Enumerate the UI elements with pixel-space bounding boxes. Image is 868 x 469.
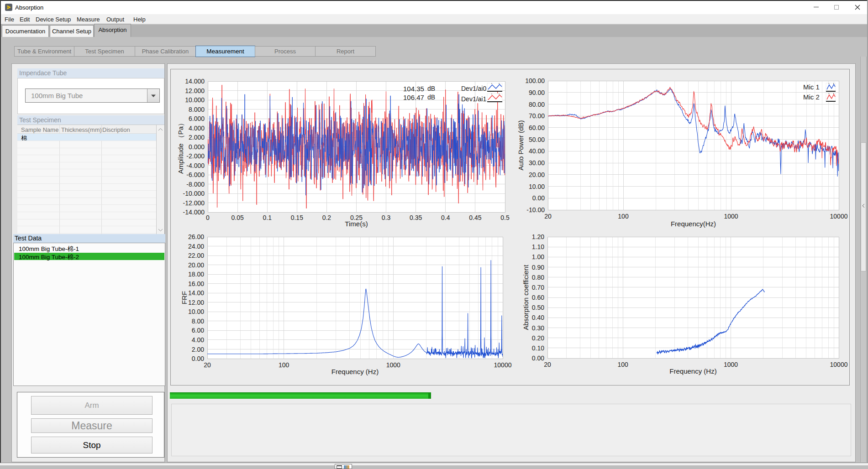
svg-text:dB: dB (427, 94, 435, 101)
svg-text:4.000: 4.000 (189, 125, 205, 132)
svg-text:100: 100 (618, 361, 629, 368)
svg-text:0.90: 0.90 (532, 264, 544, 271)
svg-text:12.000: 12.000 (185, 87, 205, 94)
svg-text:40.00: 40.00 (529, 147, 545, 155)
svg-text:Dev1/ai1: Dev1/ai1 (461, 95, 486, 103)
svg-text:0.2: 0.2 (322, 214, 331, 221)
svg-text:1000: 1000 (724, 213, 738, 220)
svg-text:0: 0 (206, 214, 210, 221)
svg-text:20: 20 (544, 213, 552, 220)
svg-text:14.00: 14.00 (188, 289, 204, 297)
svg-text:Frequency(Hz): Frequency(Hz) (671, 220, 716, 228)
svg-text:0.1: 0.1 (263, 214, 272, 221)
svg-text:100: 100 (279, 361, 289, 369)
svg-text:0.000: 0.000 (189, 143, 205, 151)
svg-text:Frequency (Hz): Frequency (Hz) (669, 367, 716, 375)
svg-text:-2.000: -2.000 (186, 152, 205, 160)
svg-text:26.00: 26.00 (188, 233, 204, 240)
svg-text:0.50: 0.50 (532, 304, 544, 311)
svg-text:0.40: 0.40 (532, 314, 544, 321)
svg-text:1.20: 1.20 (532, 233, 544, 240)
svg-text:-4.000: -4.000 (186, 162, 205, 169)
svg-text:70.00: 70.00 (529, 112, 545, 120)
svg-text:0.4: 0.4 (441, 214, 450, 221)
svg-text:dB: dB (427, 85, 435, 92)
svg-text:90.00: 90.00 (529, 89, 545, 96)
svg-text:1.00: 1.00 (532, 253, 544, 261)
svg-text:6.00: 6.00 (192, 327, 204, 334)
svg-text:0.3: 0.3 (382, 214, 391, 221)
svg-text:20: 20 (204, 361, 211, 369)
svg-text:Mic 1: Mic 1 (803, 83, 820, 91)
svg-text:0.80: 0.80 (532, 274, 544, 281)
svg-text:Amplitude （Pa）: Amplitude （Pa） (177, 120, 184, 174)
svg-text:Mic 2: Mic 2 (803, 93, 820, 101)
svg-text:Time(s): Time(s) (345, 220, 368, 228)
svg-text:24.00: 24.00 (188, 243, 204, 250)
svg-text:Frequency (Hz): Frequency (Hz) (331, 368, 379, 375)
svg-text:10.000: 10.000 (185, 96, 205, 104)
svg-text:2.00: 2.00 (192, 346, 204, 353)
svg-text:10.00: 10.00 (529, 183, 545, 190)
svg-text:60.00: 60.00 (529, 124, 545, 131)
svg-text:Absorption coefficient: Absorption coefficient (522, 265, 530, 330)
svg-text:10000: 10000 (830, 361, 848, 368)
svg-text:-12.000: -12.000 (183, 199, 205, 207)
svg-text:-6.000: -6.000 (186, 171, 205, 178)
svg-text:Dev1/ai0: Dev1/ai0 (461, 85, 486, 92)
svg-text:0.70: 0.70 (532, 284, 544, 291)
svg-text:0.00: 0.00 (532, 354, 544, 362)
svg-text:-10.00: -10.00 (526, 206, 545, 214)
svg-text:10.00: 10.00 (188, 308, 204, 315)
svg-text:Auto Power (dB): Auto Power (dB) (517, 120, 525, 170)
svg-text:0.15: 0.15 (291, 214, 303, 221)
svg-text:12.00: 12.00 (188, 299, 204, 306)
svg-text:2.000: 2.000 (189, 134, 205, 141)
svg-text:6.000: 6.000 (189, 115, 205, 122)
svg-text:22.00: 22.00 (188, 252, 204, 259)
svg-text:0.05: 0.05 (231, 214, 243, 221)
svg-text:1.10: 1.10 (532, 243, 544, 250)
svg-text:10000: 10000 (830, 213, 848, 220)
svg-text:20.00: 20.00 (529, 171, 545, 178)
svg-text:-8.000: -8.000 (186, 181, 205, 188)
svg-text:80.00: 80.00 (529, 101, 545, 108)
svg-text:0.60: 0.60 (532, 294, 544, 301)
svg-text:16.00: 16.00 (188, 280, 204, 287)
svg-text:30.00: 30.00 (529, 159, 545, 167)
svg-text:20: 20 (544, 361, 551, 368)
svg-text:8.00: 8.00 (192, 318, 204, 325)
svg-text:100: 100 (618, 213, 629, 220)
svg-text:0.5: 0.5 (500, 214, 510, 221)
svg-text:100.00: 100.00 (525, 77, 545, 84)
svg-text:FRF: FRF (180, 291, 188, 304)
svg-text:4.00: 4.00 (192, 336, 204, 344)
svg-text:1000: 1000 (386, 361, 400, 369)
svg-text:1000: 1000 (724, 361, 738, 368)
svg-text:106.47: 106.47 (403, 94, 424, 101)
svg-text:10000: 10000 (494, 361, 512, 369)
svg-text:0.35: 0.35 (410, 214, 422, 221)
svg-text:0.00: 0.00 (532, 194, 545, 202)
svg-text:104.35: 104.35 (403, 85, 424, 93)
svg-text:50.00: 50.00 (529, 136, 545, 143)
svg-text:18.00: 18.00 (188, 271, 204, 278)
svg-text:-14.000: -14.000 (183, 208, 205, 216)
svg-text:0.30: 0.30 (532, 324, 544, 332)
svg-text:0.00: 0.00 (192, 355, 204, 362)
svg-text:0.10: 0.10 (532, 344, 544, 352)
svg-text:14.000: 14.000 (185, 78, 205, 85)
svg-text:-10.000: -10.000 (183, 190, 205, 197)
svg-text:0.20: 0.20 (532, 334, 544, 342)
svg-text:8.000: 8.000 (189, 106, 205, 113)
svg-text:0.45: 0.45 (469, 214, 481, 221)
svg-text:20.00: 20.00 (188, 261, 204, 269)
